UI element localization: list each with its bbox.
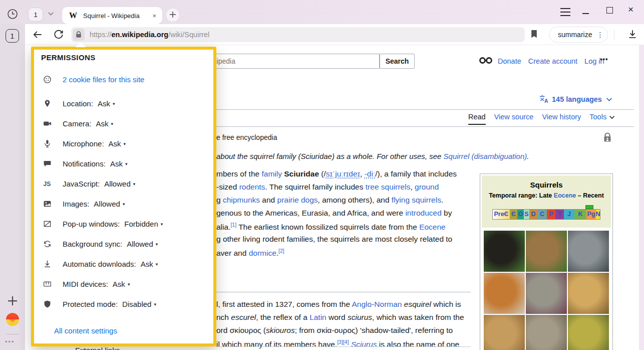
automatic-downloads-dropdown[interactable]: Ask▾ bbox=[141, 260, 158, 268]
tab-view-source[interactable]: View source bbox=[494, 113, 534, 121]
chevron-down-icon[interactable] bbox=[606, 97, 612, 102]
permission-row-images[interactable]: Images:Allowed▾ bbox=[43, 198, 125, 209]
permission-row-notifications[interactable]: Notifications:Ask▾ bbox=[43, 158, 127, 169]
maximize-button[interactable] bbox=[606, 7, 613, 14]
inline-link[interactable]: Squirrel (disambiguation) bbox=[444, 152, 527, 160]
downloads-icon[interactable] bbox=[627, 29, 638, 40]
sidebar-add-button[interactable] bbox=[7, 295, 19, 307]
notifications-dropdown[interactable]: Ask▾ bbox=[110, 159, 128, 168]
camera-icon bbox=[43, 119, 52, 128]
inline-text: word bbox=[327, 313, 348, 321]
inline-text: , among others), and bbox=[318, 196, 392, 204]
inline-link[interactable]: Eocene bbox=[419, 223, 446, 231]
inline-dlink[interactable]: -diː bbox=[365, 169, 376, 178]
camera-dropdown[interactable]: Ask▾ bbox=[96, 119, 114, 128]
browser-tab[interactable]: W Squirrel - Wikipedia × bbox=[62, 7, 162, 24]
inline-link[interactable]: introduced bbox=[405, 209, 441, 217]
permission-row-microphone[interactable]: Microphone:Ask▾ bbox=[43, 138, 126, 149]
reload-button[interactable] bbox=[53, 29, 64, 40]
inline-text: , bbox=[410, 183, 415, 191]
sidebar-more-icon[interactable]: ••• bbox=[5, 338, 15, 345]
photo-marmots[interactable] bbox=[526, 315, 567, 350]
location-dropdown[interactable]: Ask▾ bbox=[98, 99, 115, 108]
header-more-icon[interactable]: ••• bbox=[600, 55, 608, 63]
inline-il[interactable]: Sciurus bbox=[351, 340, 377, 348]
back-button[interactable] bbox=[32, 29, 43, 40]
inline-text: and bbox=[260, 196, 277, 204]
permission-label: Protected mode: bbox=[63, 300, 118, 308]
permission-row-background-sync[interactable]: Background sync:Allowed▾ bbox=[43, 238, 158, 249]
inline-link[interactable]: Anglo-Norman bbox=[352, 300, 402, 308]
photo-fox-squirrel[interactable] bbox=[484, 273, 525, 314]
permission-row-location[interactable]: Location:Ask▾ bbox=[43, 98, 115, 109]
pop-up-windows-dropdown[interactable]: Forbidden▾ bbox=[124, 220, 163, 228]
minimize-button[interactable] bbox=[582, 13, 589, 14]
new-tab-button[interactable] bbox=[166, 9, 179, 22]
photo-backlit-ground-squirrel[interactable] bbox=[568, 273, 609, 314]
tab-close-icon[interactable]: × bbox=[152, 12, 156, 20]
inline-sup[interactable]: [3][4] bbox=[337, 339, 349, 345]
tab-read[interactable]: Read bbox=[468, 113, 486, 121]
tab-list-chevron-button[interactable] bbox=[46, 10, 55, 17]
summarize-button[interactable]: 66 summarize ⋮ bbox=[549, 27, 608, 43]
permission-row-pop-up-windows[interactable]: Pop-up windows:Forbidden▾ bbox=[43, 218, 163, 229]
microphone-dropdown[interactable]: Ask▾ bbox=[109, 139, 126, 148]
languages-dropdown[interactable]: 145 languages bbox=[552, 95, 602, 103]
header-link-create-account[interactable]: Create account bbox=[528, 57, 577, 65]
permission-value: Forbidden bbox=[124, 220, 158, 228]
languages-icon: A bbox=[539, 94, 550, 103]
site-lock-icon[interactable] bbox=[73, 29, 85, 41]
photo-gray-squirrel[interactable] bbox=[568, 231, 609, 272]
close-window-button[interactable]: × bbox=[628, 5, 633, 15]
photo-black-giant-squirrel[interactable] bbox=[484, 231, 525, 272]
inline-dlink[interactable]: sɪˈjuːrɪdeɪ bbox=[326, 169, 360, 178]
inline-link[interactable]: Eocene bbox=[554, 192, 576, 199]
inline-text: /), a family that includes bbox=[375, 169, 457, 178]
protected-mode-dropdown[interactable]: Disabled▾ bbox=[122, 300, 156, 308]
inline-link[interactable]: chipmunks bbox=[223, 196, 260, 204]
tab-tools[interactable]: Tools bbox=[589, 113, 615, 121]
appearance-icon[interactable] bbox=[479, 57, 493, 64]
section-divider bbox=[216, 292, 471, 292]
summarize-label: summarize bbox=[558, 31, 592, 39]
history-button[interactable] bbox=[7, 8, 19, 20]
javascript-dropdown[interactable]: Allowed▾ bbox=[104, 180, 135, 188]
bookmark-icon[interactable] bbox=[530, 29, 538, 39]
midi-devices-dropdown[interactable]: Ask▾ bbox=[113, 280, 130, 288]
svg-text:A: A bbox=[544, 98, 548, 103]
inline-sup[interactable]: [1] bbox=[230, 222, 236, 228]
images-dropdown[interactable]: Allowed▾ bbox=[94, 200, 125, 208]
photo-chipmunk[interactable] bbox=[526, 231, 567, 272]
tab-view-history[interactable]: View history bbox=[542, 113, 581, 121]
background-sync-dropdown[interactable]: Allowed▾ bbox=[127, 240, 158, 248]
permission-row-camera[interactable]: Camera:Ask▾ bbox=[43, 118, 113, 129]
photo-african-ground-squirrels[interactable] bbox=[484, 315, 525, 350]
photo-ground-squirrel[interactable] bbox=[526, 273, 567, 314]
inline-link[interactable]: tree squirrels bbox=[366, 183, 411, 191]
inline-sup[interactable]: [2] bbox=[278, 248, 284, 254]
yandex-mail-icon[interactable] bbox=[6, 313, 19, 326]
browser-menu-icon[interactable] bbox=[560, 8, 570, 16]
permission-row-automatic-downloads[interactable]: Automatic downloads:Ask▾ bbox=[43, 258, 158, 269]
all-content-settings-link[interactable]: All content settings bbox=[54, 326, 117, 335]
inline-link[interactable]: ground bbox=[415, 183, 439, 191]
permission-row-midi-devices[interactable]: MIDI devices:Ask▾ bbox=[43, 278, 130, 289]
permission-row-javascript[interactable]: JSJavaScript:Allowed▾ bbox=[43, 178, 135, 189]
inline-link[interactable]: dormice bbox=[249, 249, 276, 257]
tab-count-pill[interactable]: 1 bbox=[28, 8, 43, 22]
header-link-donate[interactable]: Donate bbox=[498, 57, 521, 65]
search-button[interactable]: Search bbox=[380, 54, 415, 69]
summarize-menu-icon[interactable]: ⋮ bbox=[596, 31, 603, 39]
inline-link[interactable]: Latin bbox=[309, 313, 327, 321]
tab-counter-badge[interactable]: 1 bbox=[6, 29, 19, 43]
inline-link[interactable]: flying squirrels bbox=[392, 196, 441, 204]
cookie-files-link[interactable]: 2 cookie files for this site bbox=[43, 75, 144, 84]
inline-link[interactable]: rodents bbox=[239, 183, 265, 191]
photo-prairie-dogs[interactable] bbox=[568, 315, 609, 350]
permission-row-protected-mode[interactable]: Protected mode:Disabled▾ bbox=[43, 298, 156, 309]
inline-link[interactable]: family bbox=[261, 169, 281, 178]
address-bar[interactable]: https://en.wikipedia.org/wiki/Squirrel bbox=[71, 27, 525, 42]
external-links-label[interactable]: External links bbox=[75, 346, 120, 350]
url-text[interactable]: https://en.wikipedia.org/wiki/Squirrel bbox=[90, 31, 209, 39]
inline-link[interactable]: prairie dogs bbox=[277, 196, 318, 204]
